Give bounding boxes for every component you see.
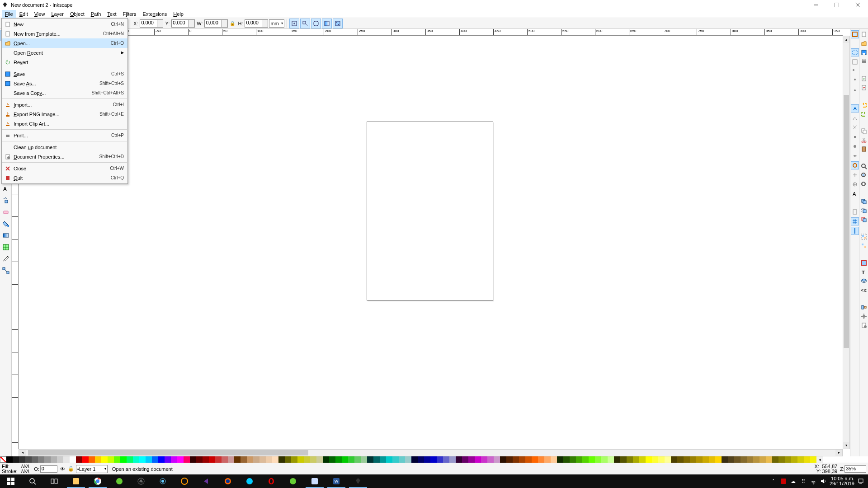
menu-item-revert[interactable]: Revert: [2, 57, 127, 67]
open-icon[interactable]: [860, 39, 868, 47]
palette-swatch[interactable]: [38, 456, 44, 463]
palette-swatch[interactable]: [437, 456, 443, 463]
palette-swatch[interactable]: [373, 456, 380, 463]
text-tool[interactable]: A: [0, 183, 11, 194]
palette-swatch[interactable]: [380, 456, 386, 463]
duplicate-icon[interactable]: [860, 197, 868, 206]
palette-swatch[interactable]: [443, 456, 449, 463]
palette-swatch[interactable]: [63, 456, 70, 463]
layer-visibility-icon[interactable]: 👁: [60, 466, 65, 472]
y-input[interactable]: 0,000: [171, 19, 195, 28]
x-input[interactable]: 0,000: [140, 19, 163, 28]
menu-help[interactable]: Help: [170, 10, 187, 18]
maximize-button[interactable]: [826, 0, 847, 10]
volume-icon[interactable]: [820, 478, 827, 485]
palette-swatch[interactable]: [468, 456, 475, 463]
palette-swatch[interactable]: [728, 456, 734, 463]
palette-swatch[interactable]: [278, 456, 285, 463]
palette-swatch[interactable]: [146, 456, 152, 463]
menu-file[interactable]: File: [2, 10, 16, 18]
import-icon[interactable]: [860, 75, 868, 83]
palette-swatch[interactable]: [108, 456, 114, 463]
palette-swatch[interactable]: [196, 456, 203, 463]
ungroup-icon[interactable]: [860, 242, 868, 250]
palette-swatch[interactable]: [582, 456, 589, 463]
snap-smooth-icon[interactable]: [851, 142, 859, 150]
menu-item-close[interactable]: CloseCtrl+W: [2, 164, 127, 173]
palette-swatch[interactable]: [165, 456, 171, 463]
paste-icon[interactable]: [860, 145, 868, 153]
palette-swatch[interactable]: [810, 456, 816, 463]
palette-swatch[interactable]: [544, 456, 551, 463]
layers-icon[interactable]: [860, 277, 868, 285]
palette-swatch[interactable]: [627, 456, 633, 463]
menu-path[interactable]: Path: [88, 10, 104, 18]
palette-swatch[interactable]: [601, 456, 608, 463]
palette-swatch[interactable]: [772, 456, 778, 463]
palette-swatch[interactable]: [411, 456, 418, 463]
chrome-icon[interactable]: [87, 474, 108, 488]
palette-swatch[interactable]: [44, 456, 51, 463]
minimize-button[interactable]: [806, 0, 826, 10]
palette-swatch[interactable]: [234, 456, 241, 463]
palette-swatch[interactable]: [589, 456, 595, 463]
opera-icon[interactable]: [260, 474, 282, 488]
menu-item-import-clip-art[interactable]: Import Clip Art...: [2, 119, 127, 128]
palette-swatch[interactable]: [399, 456, 405, 463]
zoom-fit-icon[interactable]: [860, 162, 868, 170]
wifi-icon[interactable]: [810, 478, 817, 485]
palette-menu-icon[interactable]: ◂: [816, 456, 823, 463]
opacity-input[interactable]: 0: [40, 465, 57, 473]
lock-icon[interactable]: 🔒: [230, 21, 235, 26]
palette-swatch[interactable]: [532, 456, 538, 463]
menu-item-quit[interactable]: QuitCtrl+Q: [2, 173, 127, 183]
align-icon[interactable]: [860, 303, 868, 311]
palette-swatch[interactable]: [101, 456, 108, 463]
palette-swatch[interactable]: [753, 456, 760, 463]
palette-swatch[interactable]: [316, 456, 323, 463]
scroll-down-icon[interactable]: ▾: [843, 442, 849, 449]
layer-lock-icon[interactable]: 🔓: [68, 466, 74, 472]
h-input[interactable]: 0,000: [245, 19, 268, 28]
palette-swatch[interactable]: [760, 456, 766, 463]
palette-swatch[interactable]: [127, 456, 133, 463]
zoom-drawing-icon[interactable]: [860, 171, 868, 179]
scrollbar-horizontal[interactable]: ◂ ▸: [19, 449, 843, 456]
vs-icon[interactable]: [195, 474, 217, 488]
palette-swatch[interactable]: [557, 456, 563, 463]
dropper-tool[interactable]: [0, 253, 11, 264]
palette-swatch[interactable]: [139, 456, 146, 463]
palette-swatch[interactable]: [785, 456, 791, 463]
snap-bbox-icon[interactable]: [851, 48, 859, 56]
palette-swatch[interactable]: [506, 456, 513, 463]
palette-swatch[interactable]: [494, 456, 500, 463]
palette-swatch[interactable]: [386, 456, 392, 463]
palette-swatch[interactable]: [285, 456, 291, 463]
palette-swatch[interactable]: [25, 456, 32, 463]
new-doc-icon[interactable]: [860, 30, 868, 38]
menu-item-save-a-copy[interactable]: Save a Copy...Shift+Ctrl+Alt+S: [2, 88, 127, 98]
tray-clock[interactable]: 10:05 a.m. 29/11/2019: [830, 476, 854, 486]
palette-swatch[interactable]: [690, 456, 696, 463]
menu-extensions[interactable]: Extensions: [140, 10, 170, 18]
firefox-icon[interactable]: [217, 474, 239, 488]
menu-item-save[interactable]: SaveCtrl+S: [2, 69, 127, 79]
snap-path-icon[interactable]: [851, 114, 859, 122]
palette-swatch[interactable]: [354, 456, 361, 463]
palette-swatch[interactable]: [741, 456, 747, 463]
palette-swatch[interactable]: [89, 456, 95, 463]
palette-swatch[interactable]: [114, 456, 120, 463]
word-icon[interactable]: W: [326, 474, 347, 488]
snap-bbox-center-icon[interactable]: [851, 86, 859, 94]
palette-swatch[interactable]: [6, 456, 13, 463]
canvas[interactable]: [19, 36, 843, 449]
palette-swatch[interactable]: [513, 456, 519, 463]
palette-swatch[interactable]: [291, 456, 297, 463]
notepad-icon[interactable]: [304, 474, 326, 488]
palette-swatch[interactable]: [323, 456, 329, 463]
palette-swatch[interactable]: [361, 456, 367, 463]
palette-swatch[interactable]: [158, 456, 165, 463]
undo-icon[interactable]: [860, 101, 868, 109]
menu-filters[interactable]: Filters: [120, 10, 140, 18]
menu-item-export-png-image[interactable]: Export PNG Image...Shift+Ctrl+E: [2, 109, 127, 119]
